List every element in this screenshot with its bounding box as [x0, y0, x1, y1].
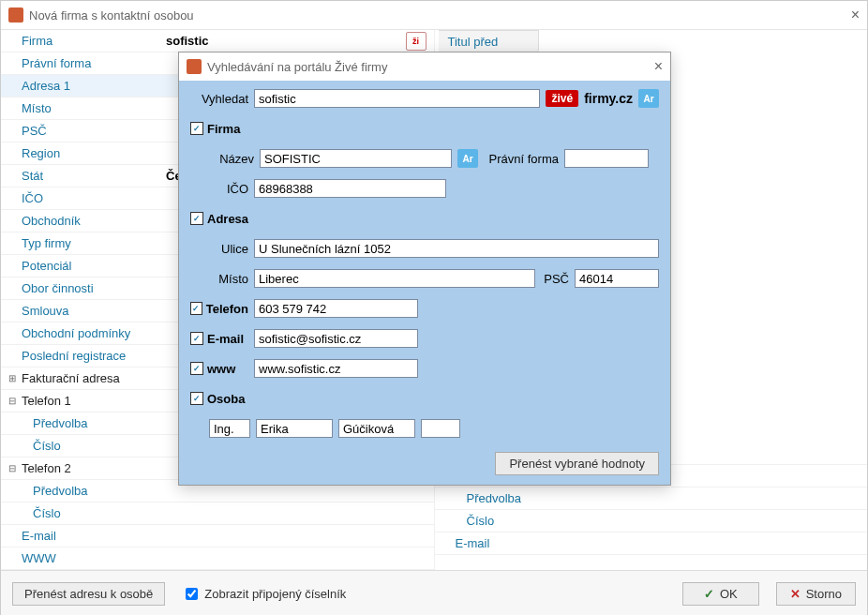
x-icon: ✕ — [790, 587, 801, 601]
check-icon: ✓ — [704, 587, 714, 601]
search-label: Vyhledat — [190, 92, 248, 106]
tab-titul-pred[interactable]: Titul před — [439, 30, 539, 52]
close-icon[interactable]: × — [640, 58, 663, 75]
row-label: Firma — [18, 34, 162, 48]
psc-label: PSČ — [541, 272, 569, 286]
row-label: Telefon 1 — [18, 394, 162, 408]
ico-input[interactable] — [254, 179, 446, 198]
misto-row: Místo PSČ — [190, 266, 659, 291]
modal-footer: Přenést vybrané hodnoty — [190, 446, 659, 475]
form-row[interactable]: Číslo — [435, 510, 868, 532]
telefon-checkbox[interactable]: ✓Telefon — [190, 302, 248, 316]
row-label: Obor činnosti — [18, 281, 162, 295]
search-dialog: Vyhledávání na portálu Živé firmy × Vyhl… — [178, 52, 671, 486]
row-label: Potenciál — [18, 259, 162, 273]
adresa-checkbox[interactable]: ✓Adresa — [190, 212, 248, 226]
row-label: Předvolba — [463, 491, 607, 505]
form-row[interactable]: Předvolba — [435, 488, 868, 510]
titlebar: Nová firma s kontaktní osobou × — [1, 1, 867, 30]
osoba-suffix-input[interactable] — [421, 419, 460, 438]
bottom-bar: Přenést adresu k osobě Zobrazit připojen… — [1, 570, 867, 615]
nazev-input[interactable] — [260, 149, 452, 168]
pravni-forma-input[interactable] — [564, 149, 649, 168]
app-icon — [187, 59, 202, 74]
row-label: Číslo — [29, 439, 173, 453]
row-label: Předvolba — [29, 416, 173, 430]
osoba-title-input[interactable] — [209, 419, 250, 438]
nazev-label: Název — [196, 152, 254, 166]
row-label: E-mail — [452, 536, 596, 550]
form-row[interactable]: Firmasofisticži — [1, 30, 434, 52]
transfer-address-button[interactable]: Přenést adresu k osobě — [12, 582, 165, 606]
misto-input[interactable] — [254, 269, 535, 288]
row-label: Adresa 1 — [18, 79, 162, 93]
row-label: E-mail — [18, 529, 162, 543]
expander-icon[interactable]: ⊟ — [7, 396, 18, 406]
misto-label: Místo — [190, 272, 248, 286]
app-icon — [8, 8, 23, 22]
brand: živé firmy.cz Ar — [546, 89, 659, 108]
row-label: PSČ — [18, 124, 162, 138]
email-input[interactable] — [254, 329, 418, 348]
row-label: Obchodník — [18, 214, 162, 228]
row-label: Obchodní podmínky — [18, 326, 162, 340]
row-label: Místo — [18, 101, 162, 115]
psc-input[interactable] — [575, 269, 659, 288]
show-linked-checkbox[interactable]: Zobrazit připojený číselník — [182, 585, 346, 603]
osoba-first-input[interactable] — [256, 419, 333, 438]
www-row: ✓www — [190, 356, 659, 381]
transfer-values-button[interactable]: Přenést vybrané hodnoty — [495, 452, 659, 475]
ares-icon[interactable]: Ar — [457, 149, 478, 168]
expander-icon[interactable]: ⊟ — [7, 463, 18, 473]
search-input[interactable] — [254, 89, 540, 108]
form-row[interactable]: E-mail — [1, 525, 434, 548]
form-row[interactable]: WWW — [1, 548, 434, 570]
row-label: Smlouva — [18, 304, 162, 318]
row-label: Číslo — [463, 514, 607, 528]
show-linked-input[interactable] — [186, 588, 198, 600]
nazev-row: Název Ar Právní forma — [190, 146, 659, 171]
adresa-check-row: ✓Adresa — [190, 206, 659, 231]
ares-icon[interactable]: Ar — [638, 89, 659, 108]
osoba-checkbox[interactable]: ✓Osoba — [190, 392, 245, 406]
row-label: WWW — [18, 551, 162, 565]
www-checkbox[interactable]: ✓www — [190, 362, 248, 376]
row-label: Poslední registrace — [18, 349, 162, 363]
firma-checkbox[interactable]: ✓Firma — [190, 122, 240, 136]
pravni-forma-label: Právní forma — [484, 152, 559, 166]
row-label: Region — [18, 146, 162, 160]
modal-title: Vyhledávání na portálu Živé firmy — [207, 60, 640, 74]
ulice-input[interactable] — [254, 239, 659, 258]
osoba-check-row: ✓Osoba — [190, 386, 659, 411]
osoba-last-input[interactable] — [338, 419, 415, 438]
row-label: IČO — [18, 191, 162, 205]
close-icon[interactable]: × — [830, 7, 860, 23]
cancel-button[interactable]: ✕ Storno — [776, 582, 856, 606]
row-label: Stát — [18, 169, 162, 183]
ulice-row: Ulice — [190, 236, 659, 261]
row-label: Právní forma — [18, 56, 162, 70]
telefon-row: ✓Telefon — [190, 296, 659, 321]
window-title: Nová firma s kontaktní osobou — [29, 8, 830, 22]
modal-titlebar: Vyhledávání na portálu Živé firmy × — [179, 52, 670, 81]
ulice-label: Ulice — [190, 242, 248, 256]
telefon-input[interactable] — [254, 299, 418, 318]
email-row: ✓E-mail — [190, 326, 659, 351]
row-label: Fakturační adresa — [18, 371, 162, 385]
row-label: Typ firmy — [18, 236, 162, 250]
expander-icon[interactable]: ⊞ — [7, 373, 18, 383]
ok-button[interactable]: ✓ OK — [682, 582, 759, 606]
modal-body: Vyhledat živé firmy.cz Ar ✓Firma Název A… — [179, 81, 670, 485]
row-label: Předvolba — [29, 484, 173, 498]
ico-row: IČO — [190, 176, 659, 201]
search-row: Vyhledat živé firmy.cz Ar — [190, 86, 659, 111]
brand-right: firmy.cz — [584, 91, 633, 106]
form-row[interactable]: Číslo — [1, 502, 434, 525]
lookup-icon[interactable]: ži — [406, 32, 427, 51]
brand-left: živé — [546, 90, 578, 107]
form-row[interactable]: E-mail — [435, 532, 868, 555]
email-checkbox[interactable]: ✓E-mail — [190, 332, 248, 346]
firma-check-row: ✓Firma — [190, 116, 659, 141]
row-label: Telefon 2 — [18, 461, 162, 475]
www-input[interactable] — [254, 359, 418, 378]
